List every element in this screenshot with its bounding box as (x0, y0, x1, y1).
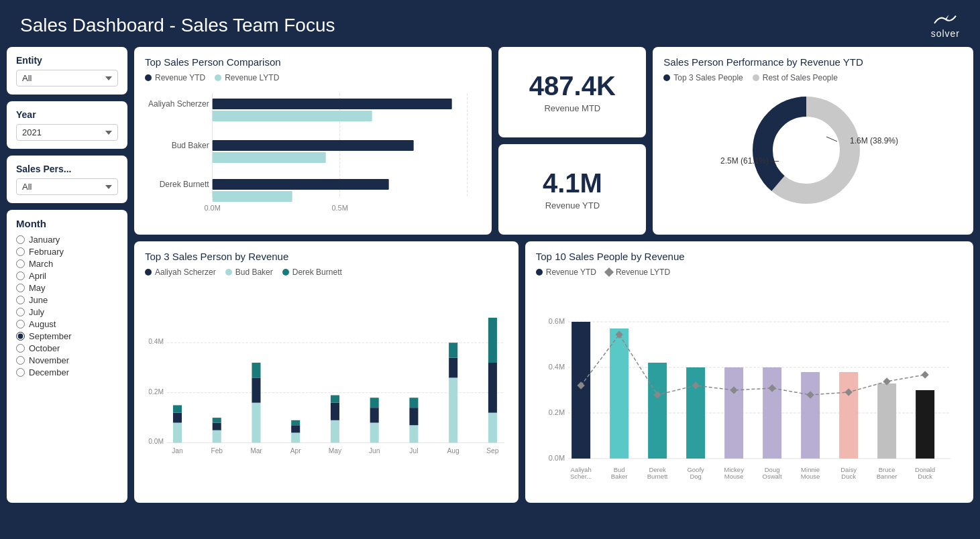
month-option[interactable]: December (16, 367, 118, 377)
month-option[interactable]: April (16, 271, 118, 281)
svg-rect-4 (213, 111, 372, 121)
legend-ytd: Revenue YTD (145, 73, 205, 82)
svg-rect-30 (213, 423, 221, 430)
month-radio[interactable] (16, 332, 25, 341)
month-option-label: August (29, 319, 56, 329)
month-radio[interactable] (16, 235, 25, 244)
svg-rect-38 (291, 425, 300, 432)
svg-rect-51 (409, 398, 418, 408)
month-option[interactable]: May (16, 283, 118, 293)
month-option[interactable]: August (16, 319, 118, 329)
svg-rect-29 (213, 430, 221, 443)
svg-text:Mouse: Mouse (801, 473, 820, 480)
bottom-row: Top 3 Sales Person by Revenue Aaliyah Sc… (134, 241, 973, 503)
month-radio[interactable] (16, 296, 25, 304)
month-option[interactable]: June (16, 295, 118, 305)
month-label: Month (16, 218, 118, 229)
svg-rect-55 (449, 343, 457, 357)
donut-chart-svg: 1.6M (38.9%) 2.5M (61.1%) — (719, 86, 907, 214)
svg-text:Scher...: Scher... (570, 473, 592, 480)
svg-rect-43 (331, 396, 339, 403)
month-radio[interactable] (16, 356, 25, 365)
svg-rect-7 (213, 179, 389, 190)
svg-rect-3 (213, 99, 452, 109)
svg-rect-70 (610, 328, 629, 459)
month-option-label: December (29, 367, 69, 377)
svg-rect-39 (291, 420, 300, 425)
top3-legend: Aaliyah Scherzer Bud Baker Derek Burnett (145, 267, 508, 277)
month-option[interactable]: January (16, 235, 118, 245)
year-label: Year (16, 109, 118, 120)
svg-text:0.4M: 0.4M (548, 363, 564, 371)
donut-legend-top3: Top 3 Sales People (663, 73, 743, 82)
month-option-label: March (29, 259, 53, 269)
svg-rect-78 (916, 390, 934, 459)
header: Sales Dashboard - Sales Team Focus solve… (0, 0, 980, 47)
month-radio[interactable] (16, 272, 25, 280)
month-radio[interactable] (16, 320, 25, 328)
svg-rect-54 (449, 358, 457, 378)
donut-card: Sales Person Performance by Revenue YTD … (653, 47, 973, 235)
svg-text:2.5M (61.1%) —: 2.5M (61.1%) — (720, 156, 779, 166)
svg-rect-25 (173, 423, 182, 443)
svg-rect-76 (839, 372, 858, 459)
svg-text:Jul: Jul (409, 447, 418, 455)
entity-filter-card: Entity All (7, 47, 127, 95)
svg-text:Jun: Jun (369, 447, 380, 455)
svg-line-17 (826, 137, 837, 141)
month-radio[interactable] (16, 284, 25, 292)
svg-text:Bud Baker: Bud Baker (172, 141, 209, 150)
month-radio[interactable] (16, 259, 25, 268)
svg-text:Mouse: Mouse (724, 473, 744, 480)
month-option-label: September (29, 331, 72, 341)
svg-rect-74 (763, 367, 781, 459)
month-option[interactable]: October (16, 343, 118, 353)
month-radio[interactable] (16, 247, 25, 256)
left-panel: Entity All Year 2021 Sales Pers... All M… (7, 47, 127, 503)
month-option-label: January (29, 235, 60, 245)
month-option[interactable]: November (16, 355, 118, 365)
month-option-label: October (29, 343, 60, 353)
svg-text:Feb: Feb (211, 447, 223, 455)
legend-lytd: Revenue LYTD (215, 73, 279, 82)
svg-rect-27 (173, 405, 182, 412)
month-radio[interactable] (16, 368, 25, 377)
month-radio[interactable] (16, 308, 25, 316)
month-option[interactable]: September (16, 331, 118, 341)
month-option[interactable]: July (16, 307, 118, 317)
svg-rect-31 (213, 418, 221, 422)
salesperson-filter-card: Sales Pers... All (7, 156, 127, 203)
svg-rect-37 (291, 432, 300, 442)
svg-text:Duck: Duck (841, 473, 856, 480)
comparison-title: Top Sales Person Comparison (145, 56, 481, 68)
donut-legend-rest: Rest of Sales People (753, 73, 838, 82)
svg-rect-71 (648, 363, 667, 459)
svg-text:1.6M (38.9%): 1.6M (38.9%) (850, 136, 898, 145)
svg-rect-41 (331, 420, 339, 443)
month-option[interactable]: March (16, 259, 118, 269)
svg-text:0.5M: 0.5M (331, 204, 347, 212)
month-option-label: July (29, 307, 44, 317)
salesperson-label: Sales Pers... (16, 164, 118, 174)
svg-rect-59 (488, 318, 497, 363)
svg-text:Burnett: Burnett (647, 473, 668, 480)
svg-text:Jan: Jan (172, 447, 183, 455)
svg-text:Aaliyah Scherzer: Aaliyah Scherzer (148, 99, 209, 109)
entity-label: Entity (16, 55, 118, 66)
svg-text:Dog: Dog (690, 473, 701, 480)
revenue-ytd-value: 4.1M (543, 168, 602, 198)
donut-legend: Top 3 Sales People Rest of Sales People (663, 73, 963, 82)
svg-text:Apr: Apr (290, 447, 302, 455)
svg-rect-34 (252, 377, 260, 402)
month-radio[interactable] (16, 344, 25, 353)
entity-select[interactable]: All (16, 70, 118, 86)
svg-text:Baker: Baker (610, 473, 627, 480)
salesperson-select[interactable]: All (16, 178, 118, 195)
month-option-label: April (29, 271, 46, 281)
year-select[interactable]: 2021 (16, 124, 118, 141)
svg-rect-35 (252, 363, 260, 377)
month-option[interactable]: February (16, 247, 118, 257)
month-option-label: November (29, 355, 69, 365)
svg-text:May: May (329, 447, 342, 455)
month-option-label: June (29, 295, 48, 305)
